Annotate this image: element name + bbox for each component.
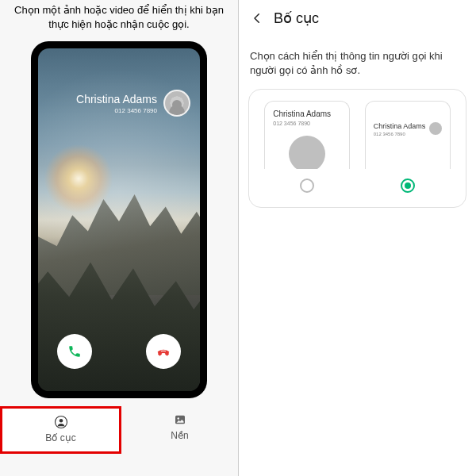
page-title: Bố cục — [274, 10, 319, 27]
opt-caller-name: Christina Adams — [374, 122, 426, 130]
tab-background[interactable]: Nền — [121, 406, 238, 449]
phone-accept-icon — [67, 344, 82, 359]
layout-options-card: Christina Adams 012 3456 7890 Christina … — [248, 89, 466, 208]
caller-info: Christina Adams 012 3456 7890 — [76, 90, 190, 117]
opt-caller-name: Christina Adams — [273, 109, 331, 118]
layout-settings-panel: Bố cục Chọn cách hiển thị thông tin ngườ… — [238, 0, 476, 476]
tab-background-label: Nền — [171, 430, 188, 441]
tab-layout[interactable]: Bố cục — [0, 406, 121, 454]
bottom-tabs: Bố cục Nền — [0, 406, 238, 476]
phone-screen: Christina Adams 012 3456 7890 — [38, 48, 200, 391]
opt-caller-number: 012 3456 7890 — [273, 121, 310, 126]
caller-name: Christina Adams — [76, 93, 157, 106]
page-description: Chọn cách hiển thị thông tin người gọi k… — [248, 33, 466, 89]
opt-large-avatar — [289, 136, 325, 169]
phone-preview: Christina Adams 012 3456 7890 — [31, 41, 207, 398]
radio-layout-small[interactable] — [401, 178, 415, 193]
svg-point-3 — [177, 418, 178, 420]
image-icon — [173, 413, 187, 427]
opt-small-avatar — [429, 122, 442, 135]
opt-caller-number: 012 3456 7890 — [374, 132, 405, 136]
layout-option-small-preview: Christina Adams 012 3456 7890 — [365, 101, 451, 169]
back-icon[interactable] — [250, 11, 264, 25]
layout-option-small[interactable]: Christina Adams 012 3456 7890 — [365, 101, 451, 193]
radio-layout-large[interactable] — [300, 178, 314, 193]
layout-option-large-preview: Christina Adams 012 3456 7890 — [264, 101, 350, 169]
svg-point-1 — [59, 419, 63, 423]
caller-number: 012 3456 7890 — [76, 107, 157, 114]
phone-decline-icon — [156, 344, 171, 359]
tab-layout-label: Bố cục — [45, 432, 75, 443]
preview-panel: Chọn một ảnh hoặc video để hiển thị khi … — [0, 0, 238, 476]
layout-option-large[interactable]: Christina Adams 012 3456 7890 — [264, 101, 350, 193]
intro-text: Chọn một ảnh hoặc video để hiển thị khi … — [0, 0, 238, 38]
caller-avatar — [163, 90, 190, 117]
header: Bố cục — [248, 0, 466, 33]
person-icon — [54, 415, 68, 429]
